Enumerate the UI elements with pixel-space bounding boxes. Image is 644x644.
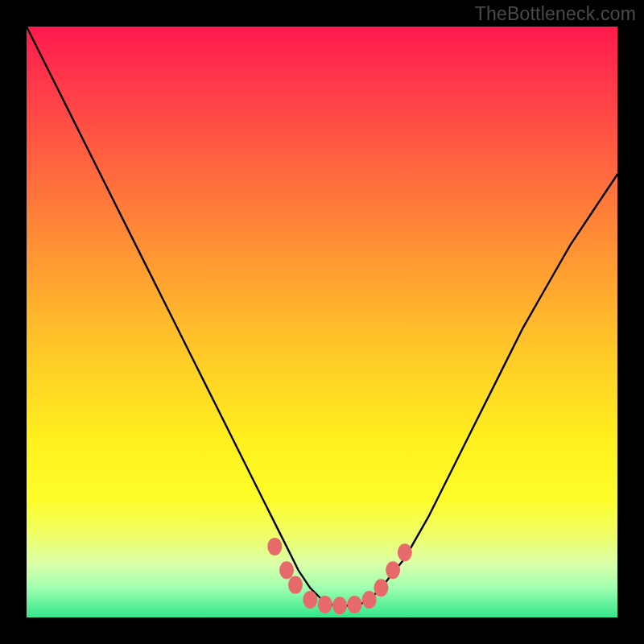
chart-svg bbox=[27, 27, 617, 617]
curve-marker bbox=[347, 596, 361, 613]
curve-marker bbox=[318, 596, 332, 613]
curve-marker bbox=[288, 576, 303, 594]
curve-marker bbox=[374, 579, 388, 597]
bottleneck-curve bbox=[27, 27, 617, 605]
curve-marker bbox=[279, 561, 294, 579]
watermark-text: TheBottleneck.com bbox=[475, 3, 636, 25]
curve-marker bbox=[303, 591, 317, 609]
curve-marker bbox=[332, 597, 347, 614]
curve-marker bbox=[362, 591, 377, 609]
chart-frame: TheBottleneck.com bbox=[0, 0, 644, 644]
curve-markers bbox=[267, 538, 412, 614]
curve-marker bbox=[267, 538, 282, 555]
plot-area bbox=[27, 27, 617, 617]
curve-marker bbox=[386, 561, 400, 579]
curve-marker bbox=[398, 543, 412, 561]
